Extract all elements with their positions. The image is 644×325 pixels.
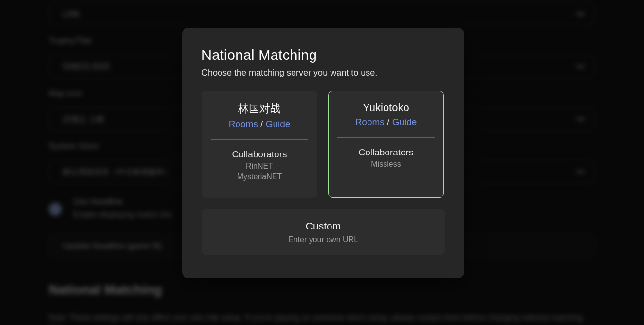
collaborator-name: MysteriaNET <box>237 172 282 181</box>
collaborators-heading: Collaborators <box>359 147 414 158</box>
server-options-row: 林国对战 Rooms / Guide Collaborators RinNET … <box>202 91 445 198</box>
server-card-linguo[interactable]: 林国对战 Rooms / Guide Collaborators RinNET … <box>202 91 317 198</box>
collaborator-name: RinNET <box>246 162 273 171</box>
server-card-yukiotoko[interactable]: Yukiotoko Rooms / Guide Collaborators Mi… <box>328 91 444 198</box>
server-links: Rooms / Guide <box>355 117 417 128</box>
collaborators-heading: Collaborators <box>232 149 287 160</box>
server-links: Rooms / Guide <box>229 119 291 130</box>
card-divider <box>211 139 308 140</box>
link-separator: / <box>387 117 392 127</box>
collaborator-name: Missless <box>371 160 401 169</box>
rooms-link[interactable]: Rooms <box>355 117 385 127</box>
link-separator: / <box>260 119 266 129</box>
modal-title: National Matching <box>202 47 445 63</box>
page: LINK ❯ Trophy/Title SABCD-2025 ❯ Map ico… <box>0 0 644 325</box>
server-name: 林国对战 <box>238 101 281 116</box>
guide-link[interactable]: Guide <box>392 117 417 127</box>
rooms-link[interactable]: Rooms <box>229 119 258 129</box>
custom-card-title: Custom <box>306 220 341 232</box>
custom-server-card[interactable]: Custom Enter your own URL <box>202 209 445 255</box>
server-name: Yukiotoko <box>363 101 409 114</box>
guide-link[interactable]: Guide <box>266 119 291 129</box>
card-divider <box>337 137 435 138</box>
modal-subtitle: Choose the matching server you want to u… <box>202 68 445 78</box>
national-matching-modal: National Matching Choose the matching se… <box>182 28 464 278</box>
custom-card-subtitle: Enter your own URL <box>288 235 358 244</box>
